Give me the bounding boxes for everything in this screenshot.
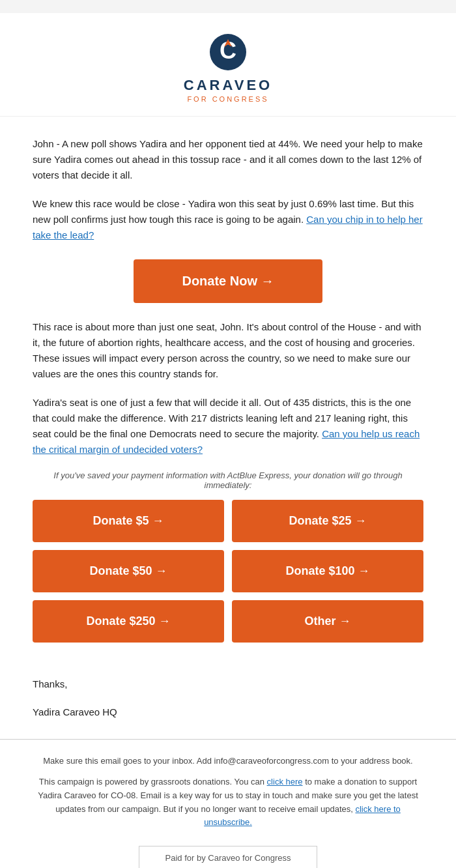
paragraph-1: John - A new poll shows Yadira and her o… <box>33 136 423 183</box>
donate-100-button[interactable]: Donate $100 → <box>232 550 423 592</box>
donate-25-button[interactable]: Donate $25 → <box>232 500 423 542</box>
donate-250-button[interactable]: Donate $250 → <box>33 600 224 643</box>
footer-inbox-note: Make sure this email goes to your inbox.… <box>33 756 423 766</box>
donate-now-button[interactable]: Donate Now → <box>134 259 322 303</box>
signature-text: Yadira Caraveo HQ <box>33 706 423 717</box>
brand-name-text: CARAVEO <box>184 77 272 93</box>
email-footer: Make sure this email goes to your inbox.… <box>0 740 456 868</box>
footer-grassroots-text1: This campaign is powered by grassroots d… <box>39 777 264 787</box>
donate-50-button[interactable]: Donate $50 → <box>33 550 224 592</box>
brand-sub: FOR CONGRESS <box>13 95 443 103</box>
paid-for-box: Paid for by Caraveo for Congress <box>33 839 423 868</box>
email-content: John - A new poll shows Yadira and her o… <box>0 117 456 678</box>
paid-for-text: Paid for by Caraveo for Congress <box>139 846 318 868</box>
email-container: C CARAVEO FOR CONGRESS John - A new poll… <box>0 13 456 868</box>
thanks-section: Thanks, Yadira Caraveo HQ <box>0 678 456 732</box>
brand-name: CARAVEO <box>13 77 443 94</box>
donate-other-button[interactable]: Other → <box>232 600 423 643</box>
footer-grassroots: This campaign is powered by grassroots d… <box>33 775 423 830</box>
thanks-text: Thanks, <box>33 678 423 689</box>
email-header: C CARAVEO FOR CONGRESS <box>0 13 456 117</box>
actblue-note: If you've saved your payment information… <box>33 470 423 490</box>
logo-icon: C <box>208 33 248 72</box>
paragraph-2: We knew this race would be close - Yadir… <box>33 196 423 243</box>
donate-grid: Donate $5 → Donate $25 → Donate $50 → Do… <box>33 500 423 643</box>
paragraph-4: Yadira's seat is one of just a few that … <box>33 395 423 457</box>
footer-click-here-link[interactable]: click here <box>267 777 303 787</box>
donate-5-button[interactable]: Donate $5 → <box>33 500 224 542</box>
paragraph-3: This race is about more than just one se… <box>33 319 423 382</box>
